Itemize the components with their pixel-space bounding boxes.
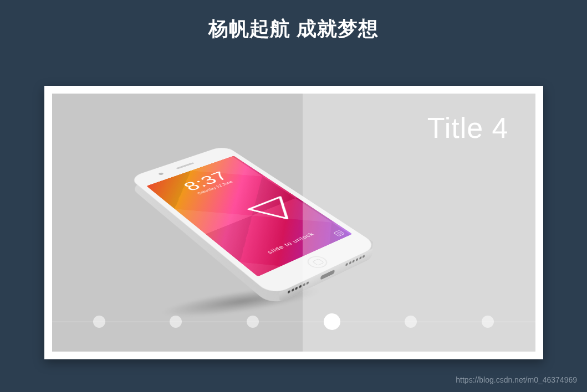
pager-dot-2[interactable] — [170, 316, 182, 328]
front-camera-icon — [157, 172, 164, 176]
pager-dot-4[interactable] — [324, 313, 340, 330]
svg-marker-0 — [249, 197, 303, 225]
lockscreen-time: 8:37 — [153, 161, 256, 203]
earpiece-icon — [176, 162, 195, 169]
carousel-pager — [52, 314, 535, 329]
carousel-frame: 8:37 Saturday 12 June slide to unlock Ti… — [44, 86, 543, 359]
pager-dot-5[interactable] — [405, 316, 417, 328]
slide-overlay-panel: Title 4 — [303, 94, 535, 352]
carousel[interactable]: 8:37 Saturday 12 June slide to unlock Ti… — [52, 94, 535, 352]
pager-dots — [52, 314, 535, 329]
pager-dot-3[interactable] — [247, 316, 259, 328]
pager-dot-1[interactable] — [93, 316, 105, 328]
page-heading: 杨帆起航 成就梦想 — [0, 0, 587, 43]
slide-title: Title 4 — [427, 111, 509, 145]
watermark-text: https://blog.csdn.net/m0_46374969 — [456, 375, 577, 384]
pager-dot-6[interactable] — [482, 316, 494, 328]
